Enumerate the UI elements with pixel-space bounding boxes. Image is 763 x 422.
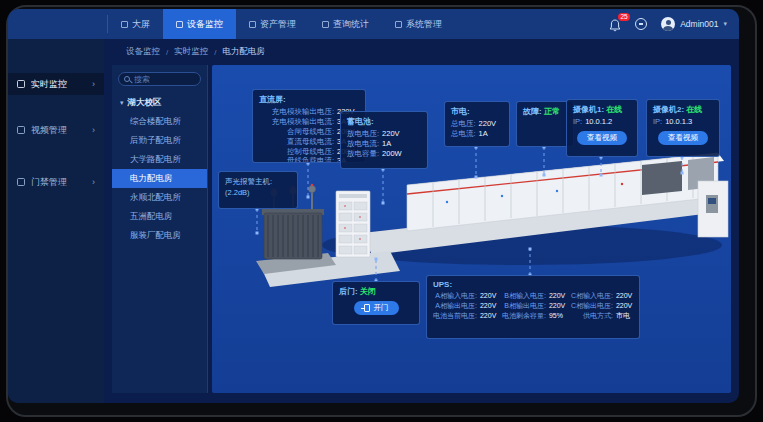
metric-value: 1A [479,129,501,139]
search-icon [124,76,130,82]
metric-label: 直流母线电流: [287,137,334,147]
tab-query-statistics[interactable]: 查询统计 [309,9,382,39]
metric-label: C相输入电压: [571,291,613,300]
card-mains: 市电: 总电压:220V 总电流:1A [444,101,510,147]
open-door-label: 开门 [374,303,389,313]
tree-item[interactable]: 后勤子配电所 [112,131,207,150]
status-badge: 关闭 [360,287,376,296]
view-video-button[interactable]: 查看视频 [658,131,708,145]
tree-item[interactable]: 五洲配电房 [112,207,207,226]
breadcrumb-separator: / [214,48,216,57]
tree-collapse-icon: ▾ [120,99,124,107]
main-panel: 直流屏: 充电模块输出电压:220V 充电模块输出电流:3A 合闸母线电压:20… [212,65,731,393]
metric-label: 供电方式: [583,311,613,320]
tree-item[interactable]: 综合楼配电所 [112,112,207,131]
metric-label: C相输出电压: [571,301,613,310]
monitor-icon [176,21,183,28]
tree-item[interactable]: 服装厂配电房 [112,226,207,245]
metric-value: 200W [382,149,404,159]
metric-label: 电池剩余容量: [502,311,546,320]
card-title: 后门: 关闭 [339,286,413,297]
ip-label: IP: [573,117,582,127]
station-tree-panel: ▾ 湖大校区 综合楼配电所 后勤子配电所 大学路配电所 电力配电房 永顺北配电所… [112,65,208,393]
tab-label: 大屏 [132,18,150,31]
sidebar-item-access-control[interactable]: 门禁管理 › [8,171,104,193]
camera-label: 摄像机1: [573,105,604,114]
sidebar-item-label: 视频管理 [31,124,67,137]
tab-label: 系统管理 [406,18,442,31]
sidebar-item-label: 实时监控 [31,78,67,91]
card-title: 摄像机2: 在线 [653,104,713,115]
open-door-button[interactable]: 开门 [354,301,399,315]
top-tabs: 大屏 设备监控 资产管理 查询统计 系统管理 [108,9,455,39]
sidebar-item-label: 门禁管理 [31,176,67,189]
door-icon [17,178,25,186]
status-badge: 正常 [544,107,560,116]
card-title: 直流屏: [259,94,359,105]
metric-value: 95% [549,311,567,320]
tree-search [118,72,201,86]
search-input[interactable] [134,75,192,84]
card-battery: 蓄电池: 放电电压:220V 放电电流:1A 放电容量:200W [340,111,428,169]
tree-root-label: 湖大校区 [128,97,162,109]
metric-label: A相输出电压: [435,301,477,310]
metric-label: 放电电压: [347,129,379,139]
metric-value: 220V [616,291,634,300]
card-title: 摄像机1: 在线 [573,104,631,115]
breadcrumb-separator: / [166,48,168,57]
tab-label: 查询统计 [333,18,369,31]
metric-value: 220V [616,301,634,310]
card-title: 故障: 正常 [523,106,567,117]
metric-label: 总电流: [451,129,476,139]
tree-item[interactable]: 大学路配电所 [112,150,207,169]
metric-value: 220V [549,301,567,310]
tab-dashboard[interactable]: 大屏 [108,9,163,39]
metric-value: 1A [382,139,404,149]
sidebar-item-video-management[interactable]: 视频管理 › [8,119,104,141]
refresh-icon[interactable] [635,18,647,30]
tab-asset-management[interactable]: 资产管理 [236,9,309,39]
metric-label: B相输出电压: [504,301,546,310]
ip-label: IP: [653,117,662,127]
avatar [661,17,675,31]
user-menu[interactable]: Admin001 ▾ [661,17,727,31]
view-video-button[interactable]: 查看视频 [577,131,627,145]
fault-label: 故障: [523,107,542,116]
door-label: 后门: [339,287,358,296]
ups-metrics: A相输入电压:220V B相输入电压:220V C相输入电压:220V A相输出… [433,291,633,321]
tab-system-management[interactable]: 系统管理 [382,9,455,39]
monitor-icon [17,80,25,88]
metric-value: 220V [480,291,498,300]
ip-value: 10.0.1.2 [585,117,612,127]
notification-bell-icon[interactable]: 25 [609,18,621,31]
metric-value: 220V [382,129,404,139]
breadcrumb-item[interactable]: 设备监控 [126,46,160,58]
sidebar-item-realtime-monitor[interactable]: 实时监控 › [8,73,104,95]
metric-value: 220V [549,291,567,300]
metric-label: 充电模块输出电压: [272,107,334,117]
screenshot-stage: 大屏 设备监控 资产管理 查询统计 系统管理 [0,0,763,422]
username: Admin001 [680,19,718,29]
stats-icon [322,21,329,28]
ip-value: 10.0.1.3 [665,117,692,127]
door-open-icon [364,304,370,312]
metric-value: 市电 [616,311,634,320]
metric-label: 电池当前电压: [433,311,477,320]
chevron-down-icon: ▾ [723,20,727,28]
card-title: UPS: [433,280,633,289]
top-navbar: 大屏 设备监控 资产管理 查询统计 系统管理 [8,9,739,39]
metric-label: 总电压: [451,119,476,129]
tree-item-selected[interactable]: 电力配电房 [112,169,207,188]
metric-label: B相输入电压: [504,291,546,300]
tab-label: 资产管理 [260,18,296,31]
alarm-value: (2.2dB) [225,187,291,198]
card-title: 市电: [451,106,503,117]
metric-label: A相输入电压: [435,291,477,300]
gear-icon [395,21,402,28]
tree-root-node[interactable]: ▾ 湖大校区 [112,94,207,112]
status-badge: 在线 [606,105,622,114]
screen-icon [121,21,128,28]
tab-device-monitor[interactable]: 设备监控 [163,9,236,39]
breadcrumb-item[interactable]: 实时监控 [174,46,208,58]
tree-item[interactable]: 永顺北配电所 [112,188,207,207]
